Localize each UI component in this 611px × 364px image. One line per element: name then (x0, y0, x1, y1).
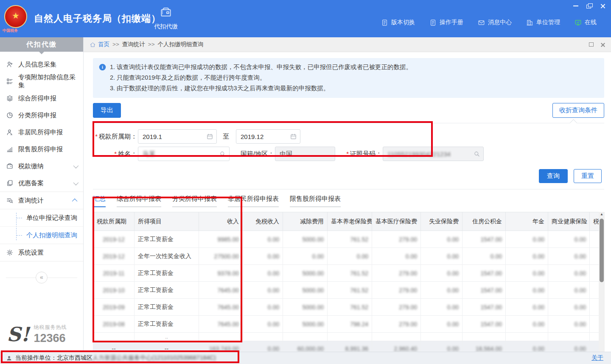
cell-value: 2,960.40 (394, 345, 418, 352)
sidebar-item-8[interactable]: 查询统计 (0, 192, 83, 209)
emblem-caption: 中国税务 (3, 28, 18, 33)
cell-value: 5000.00 (302, 270, 324, 277)
tab-0[interactable]: 汇总 (93, 195, 106, 207)
minimize-icon[interactable] (573, 3, 579, 8)
cell-value: 1547.00 (480, 304, 502, 311)
nationality-value: 中国 (280, 150, 292, 158)
column-header-4: 减除费用 (283, 212, 328, 231)
table-cell (590, 333, 599, 341)
period-from-field[interactable]: 2019.1 (138, 129, 217, 144)
table-cell: 0.00 (548, 282, 590, 299)
vertical-scrollbar[interactable]: ▲ ▼ (599, 212, 605, 352)
name-input[interactable]: 马某 (138, 147, 230, 161)
vertical-scroll-thumb[interactable] (600, 219, 604, 282)
income-item-cell: 正常工资薪金 (135, 299, 199, 316)
period-value: 2019-10 (103, 287, 124, 294)
sidebar-item-3[interactable]: 分类所得申报 (0, 107, 83, 124)
collapse-query-button[interactable]: 收折查询条件 (552, 103, 604, 118)
table-cell: 0.00 (548, 316, 590, 333)
search-button[interactable]: 查询 (539, 169, 568, 183)
scroll-down-icon[interactable]: ▼ (599, 351, 605, 352)
about-link[interactable]: 关于 (591, 354, 603, 362)
table-summary-row: ----163,743.000.0060,000.008,991.362,960… (93, 341, 599, 352)
panel-maximize-icon[interactable] (589, 42, 594, 47)
scroll-up-icon[interactable]: ▲ (599, 212, 605, 217)
result-table: 税款所属期所得项目收入免税收入减除费用基本养老保险费基本医疗保险费失业保险费住房… (93, 212, 599, 352)
sidebar-subitem-8-1[interactable]: 个人扣缴明细查询 (0, 227, 83, 244)
cell-value: 0.00 (575, 236, 586, 243)
sidebar-item-label: 优惠备案 (18, 179, 44, 187)
cell-value: 1547.00 (480, 236, 502, 243)
cell-value: 761.52 (350, 270, 368, 277)
breadcrumb-item-0[interactable]: 查询统计 (122, 41, 145, 47)
tab-1[interactable]: 综合所得申报表 (117, 195, 161, 207)
top-nav-item-4[interactable]: 在线 (575, 19, 597, 26)
module-tab-withholding[interactable]: 代扣代缴 (148, 6, 184, 31)
breadcrumb-separator: >> (112, 41, 119, 47)
table-cell (199, 333, 243, 341)
column-header-3: 免税收入 (243, 212, 283, 231)
cell-value: 761.52 (350, 287, 368, 294)
top-nav-label: 消息中心 (488, 19, 512, 26)
period-value: 2019-12 (103, 236, 124, 243)
user-plus-icon (6, 61, 14, 68)
tab-3[interactable]: 非居民所得申报表 (228, 195, 279, 207)
sidebar: 代扣代缴 人员信息采集专项附加扣除信息采集综合所得申报分类所得申报非居民所得申报… (0, 37, 84, 352)
table-cell: 1547.00 (462, 231, 506, 248)
sidebar-item-2[interactable]: 综合所得申报 (0, 90, 83, 107)
breadcrumb-separator: >> (148, 41, 155, 47)
top-nav-item-3[interactable]: 单位管理 (526, 19, 560, 26)
table-cell: 7645.00 (199, 282, 243, 299)
tab-2[interactable]: 分类所得申报表 (172, 195, 217, 207)
sidebar-item-6[interactable]: 税款缴纳 (0, 158, 83, 175)
table-row-2: 2019-11正常工资薪金9378.000.005000.00761.52279… (93, 265, 599, 282)
sidebar-item-9[interactable]: 系统设置 (0, 244, 83, 261)
search-icon (473, 150, 480, 158)
table-cell: 27500.00 (199, 248, 243, 265)
reset-button[interactable]: 重置 (574, 169, 602, 183)
period-to-field[interactable]: 2019.12 (236, 129, 300, 144)
id-label: *证照号码： (346, 150, 382, 158)
column-header-9: 年金 (506, 212, 548, 231)
app-logo: 中国税务 (0, 5, 27, 35)
cell-value: 0.00 (533, 236, 544, 243)
sidebar-subitem-8-0[interactable]: 单位申报记录查询 (0, 209, 83, 227)
sidebar-item-7[interactable]: 优惠备案 (0, 175, 83, 192)
id-number-value: 110552199304221234 (387, 150, 451, 158)
breadcrumb-item-1[interactable]: 个人扣缴明细查询 (158, 41, 204, 47)
close-icon[interactable] (600, 3, 606, 8)
sidebar-item-1[interactable]: 专项附加扣除信息采集 (0, 73, 83, 90)
table-cell: 0.00 (421, 341, 462, 352)
table-cell: 0.00 (243, 231, 283, 248)
table-cell: 5000.00 (283, 316, 328, 333)
export-button[interactable]: 导出 (93, 103, 121, 118)
panel-close-icon[interactable] (600, 42, 605, 47)
notice-line-2: 3. 由于数据处理的滞后性，建议您在申报成功3天之后再来查询最新的申报数据。 (110, 83, 597, 94)
sidebar-item-4[interactable]: 非居民所得申报 (0, 124, 83, 141)
cell-value: 163,743.00 (209, 345, 239, 352)
table-row-5: 2019-08正常工资薪金7645.000.005000.00798.24279… (93, 316, 599, 333)
cell-value: 0.00 (490, 253, 502, 260)
sidebar-item-0[interactable]: 人员信息采集 (0, 56, 83, 73)
breadcrumb: 首页 >>查询统计>>个人扣缴明细查询 (84, 37, 611, 52)
cell-value: 0.00 (268, 236, 279, 243)
cell-value: 9378.00 (217, 270, 239, 277)
top-nav-item-1[interactable]: 操作手册 (429, 19, 463, 26)
id-number-input[interactable]: 110552199304221234 (383, 147, 484, 161)
cell-value: 761.52 (350, 304, 368, 311)
sidebar-collapse-button[interactable] (36, 272, 48, 283)
restore-icon[interactable] (586, 3, 592, 8)
table-cell (548, 333, 590, 341)
breadcrumb-home-link[interactable]: 首页 (98, 41, 109, 48)
top-nav-item-0[interactable]: 版本切换 (381, 19, 415, 26)
top-nav-item-2[interactable]: 消息中心 (478, 19, 512, 26)
table-cell (590, 282, 599, 299)
period-value: 2019-09 (103, 304, 124, 311)
cell-value: 0.00 (533, 287, 544, 294)
table-cell: 0.00 (421, 282, 462, 299)
current-unit-public: 北京市西城区 (57, 354, 92, 362)
sidebar-item-5[interactable]: 限售股所得申报 (0, 141, 83, 158)
status-bar: 当前操作单位： 北京市西城区 人力资源公共服务中心(12110102539687… (0, 352, 611, 364)
tab-4[interactable]: 限售股所得申报表 (290, 195, 341, 207)
cell-value: 1547.00 (480, 270, 502, 277)
